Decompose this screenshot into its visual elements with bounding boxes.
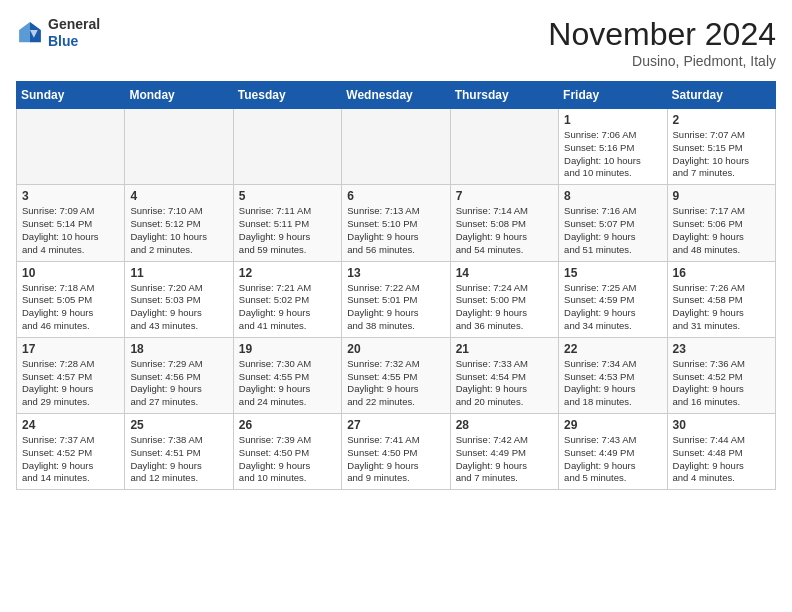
day-info: Sunrise: 7:28 AM Sunset: 4:57 PM Dayligh… — [22, 358, 119, 409]
day-cell: 23Sunrise: 7:36 AM Sunset: 4:52 PM Dayli… — [667, 337, 775, 413]
day-info: Sunrise: 7:20 AM Sunset: 5:03 PM Dayligh… — [130, 282, 227, 333]
day-info: Sunrise: 7:29 AM Sunset: 4:56 PM Dayligh… — [130, 358, 227, 409]
day-info: Sunrise: 7:26 AM Sunset: 4:58 PM Dayligh… — [673, 282, 770, 333]
day-info: Sunrise: 7:30 AM Sunset: 4:55 PM Dayligh… — [239, 358, 336, 409]
weekday-header-monday: Monday — [125, 82, 233, 109]
day-cell: 26Sunrise: 7:39 AM Sunset: 4:50 PM Dayli… — [233, 414, 341, 490]
day-number: 9 — [673, 189, 770, 203]
day-number: 27 — [347, 418, 444, 432]
day-cell — [342, 109, 450, 185]
day-number: 21 — [456, 342, 553, 356]
day-cell: 10Sunrise: 7:18 AM Sunset: 5:05 PM Dayli… — [17, 261, 125, 337]
week-row-5: 24Sunrise: 7:37 AM Sunset: 4:52 PM Dayli… — [17, 414, 776, 490]
day-number: 30 — [673, 418, 770, 432]
day-info: Sunrise: 7:32 AM Sunset: 4:55 PM Dayligh… — [347, 358, 444, 409]
day-cell — [450, 109, 558, 185]
day-cell — [17, 109, 125, 185]
day-number: 23 — [673, 342, 770, 356]
day-cell: 7Sunrise: 7:14 AM Sunset: 5:08 PM Daylig… — [450, 185, 558, 261]
day-number: 20 — [347, 342, 444, 356]
weekday-header-thursday: Thursday — [450, 82, 558, 109]
day-cell: 20Sunrise: 7:32 AM Sunset: 4:55 PM Dayli… — [342, 337, 450, 413]
calendar: SundayMondayTuesdayWednesdayThursdayFrid… — [16, 81, 776, 490]
weekday-header-wednesday: Wednesday — [342, 82, 450, 109]
day-number: 1 — [564, 113, 661, 127]
day-info: Sunrise: 7:07 AM Sunset: 5:15 PM Dayligh… — [673, 129, 770, 180]
page-header: General Blue November 2024 Dusino, Piedm… — [16, 16, 776, 69]
day-info: Sunrise: 7:24 AM Sunset: 5:00 PM Dayligh… — [456, 282, 553, 333]
day-info: Sunrise: 7:18 AM Sunset: 5:05 PM Dayligh… — [22, 282, 119, 333]
day-cell: 11Sunrise: 7:20 AM Sunset: 5:03 PM Dayli… — [125, 261, 233, 337]
day-number: 25 — [130, 418, 227, 432]
day-number: 5 — [239, 189, 336, 203]
day-number: 17 — [22, 342, 119, 356]
day-cell: 9Sunrise: 7:17 AM Sunset: 5:06 PM Daylig… — [667, 185, 775, 261]
day-cell: 22Sunrise: 7:34 AM Sunset: 4:53 PM Dayli… — [559, 337, 667, 413]
day-cell: 30Sunrise: 7:44 AM Sunset: 4:48 PM Dayli… — [667, 414, 775, 490]
day-number: 12 — [239, 266, 336, 280]
day-cell: 4Sunrise: 7:10 AM Sunset: 5:12 PM Daylig… — [125, 185, 233, 261]
day-cell: 15Sunrise: 7:25 AM Sunset: 4:59 PM Dayli… — [559, 261, 667, 337]
day-cell: 8Sunrise: 7:16 AM Sunset: 5:07 PM Daylig… — [559, 185, 667, 261]
day-cell: 5Sunrise: 7:11 AM Sunset: 5:11 PM Daylig… — [233, 185, 341, 261]
day-number: 8 — [564, 189, 661, 203]
day-number: 13 — [347, 266, 444, 280]
day-number: 7 — [456, 189, 553, 203]
day-cell: 27Sunrise: 7:41 AM Sunset: 4:50 PM Dayli… — [342, 414, 450, 490]
day-info: Sunrise: 7:38 AM Sunset: 4:51 PM Dayligh… — [130, 434, 227, 485]
day-info: Sunrise: 7:43 AM Sunset: 4:49 PM Dayligh… — [564, 434, 661, 485]
day-info: Sunrise: 7:34 AM Sunset: 4:53 PM Dayligh… — [564, 358, 661, 409]
day-info: Sunrise: 7:37 AM Sunset: 4:52 PM Dayligh… — [22, 434, 119, 485]
day-info: Sunrise: 7:09 AM Sunset: 5:14 PM Dayligh… — [22, 205, 119, 256]
day-cell: 18Sunrise: 7:29 AM Sunset: 4:56 PM Dayli… — [125, 337, 233, 413]
day-info: Sunrise: 7:44 AM Sunset: 4:48 PM Dayligh… — [673, 434, 770, 485]
day-info: Sunrise: 7:10 AM Sunset: 5:12 PM Dayligh… — [130, 205, 227, 256]
weekday-header-row: SundayMondayTuesdayWednesdayThursdayFrid… — [17, 82, 776, 109]
weekday-header-tuesday: Tuesday — [233, 82, 341, 109]
day-info: Sunrise: 7:14 AM Sunset: 5:08 PM Dayligh… — [456, 205, 553, 256]
day-cell: 28Sunrise: 7:42 AM Sunset: 4:49 PM Dayli… — [450, 414, 558, 490]
day-number: 3 — [22, 189, 119, 203]
day-info: Sunrise: 7:17 AM Sunset: 5:06 PM Dayligh… — [673, 205, 770, 256]
day-cell: 25Sunrise: 7:38 AM Sunset: 4:51 PM Dayli… — [125, 414, 233, 490]
day-cell: 17Sunrise: 7:28 AM Sunset: 4:57 PM Dayli… — [17, 337, 125, 413]
day-number: 18 — [130, 342, 227, 356]
day-info: Sunrise: 7:16 AM Sunset: 5:07 PM Dayligh… — [564, 205, 661, 256]
week-row-2: 3Sunrise: 7:09 AM Sunset: 5:14 PM Daylig… — [17, 185, 776, 261]
day-number: 15 — [564, 266, 661, 280]
day-cell: 16Sunrise: 7:26 AM Sunset: 4:58 PM Dayli… — [667, 261, 775, 337]
day-number: 16 — [673, 266, 770, 280]
month-title: November 2024 — [548, 16, 776, 53]
week-row-3: 10Sunrise: 7:18 AM Sunset: 5:05 PM Dayli… — [17, 261, 776, 337]
day-cell: 14Sunrise: 7:24 AM Sunset: 5:00 PM Dayli… — [450, 261, 558, 337]
day-cell: 24Sunrise: 7:37 AM Sunset: 4:52 PM Dayli… — [17, 414, 125, 490]
day-number: 10 — [22, 266, 119, 280]
day-number: 29 — [564, 418, 661, 432]
day-number: 26 — [239, 418, 336, 432]
title-block: November 2024 Dusino, Piedmont, Italy — [548, 16, 776, 69]
day-cell — [233, 109, 341, 185]
day-cell: 12Sunrise: 7:21 AM Sunset: 5:02 PM Dayli… — [233, 261, 341, 337]
day-cell: 13Sunrise: 7:22 AM Sunset: 5:01 PM Dayli… — [342, 261, 450, 337]
day-info: Sunrise: 7:06 AM Sunset: 5:16 PM Dayligh… — [564, 129, 661, 180]
day-cell: 2Sunrise: 7:07 AM Sunset: 5:15 PM Daylig… — [667, 109, 775, 185]
day-cell: 3Sunrise: 7:09 AM Sunset: 5:14 PM Daylig… — [17, 185, 125, 261]
day-info: Sunrise: 7:25 AM Sunset: 4:59 PM Dayligh… — [564, 282, 661, 333]
day-number: 2 — [673, 113, 770, 127]
day-number: 11 — [130, 266, 227, 280]
weekday-header-saturday: Saturday — [667, 82, 775, 109]
day-info: Sunrise: 7:36 AM Sunset: 4:52 PM Dayligh… — [673, 358, 770, 409]
day-cell — [125, 109, 233, 185]
day-cell: 29Sunrise: 7:43 AM Sunset: 4:49 PM Dayli… — [559, 414, 667, 490]
day-info: Sunrise: 7:41 AM Sunset: 4:50 PM Dayligh… — [347, 434, 444, 485]
day-cell: 21Sunrise: 7:33 AM Sunset: 4:54 PM Dayli… — [450, 337, 558, 413]
weekday-header-friday: Friday — [559, 82, 667, 109]
day-number: 4 — [130, 189, 227, 203]
day-number: 22 — [564, 342, 661, 356]
weekday-header-sunday: Sunday — [17, 82, 125, 109]
day-info: Sunrise: 7:39 AM Sunset: 4:50 PM Dayligh… — [239, 434, 336, 485]
week-row-4: 17Sunrise: 7:28 AM Sunset: 4:57 PM Dayli… — [17, 337, 776, 413]
day-number: 14 — [456, 266, 553, 280]
day-info: Sunrise: 7:33 AM Sunset: 4:54 PM Dayligh… — [456, 358, 553, 409]
day-number: 24 — [22, 418, 119, 432]
